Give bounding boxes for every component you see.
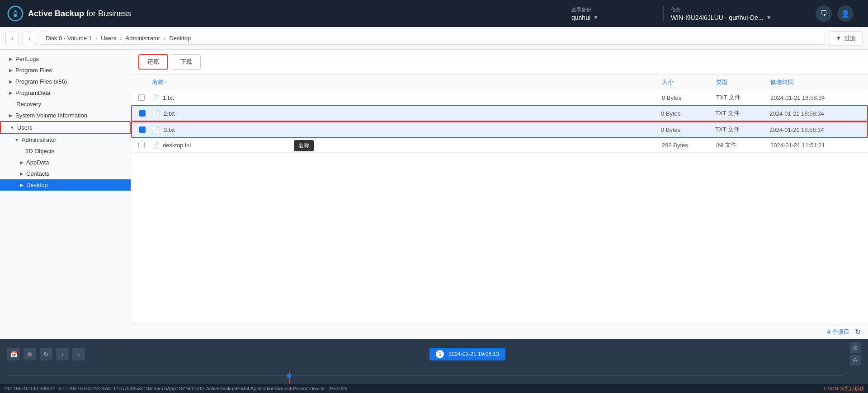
task-chevron-icon: ▼ [766, 14, 772, 21]
admin-arrow-icon: ▼ [14, 137, 19, 142]
svg-point-1 [14, 14, 17, 17]
prev-button[interactable]: ‹ [56, 348, 69, 360]
filter-button[interactable]: ▼ 过滤 [829, 31, 863, 46]
back-button[interactable]: ‹ [5, 32, 19, 45]
contacts-arrow-icon: ▶ [20, 171, 24, 176]
programdata-arrow-icon: ▶ [9, 90, 13, 95]
file-table: 名称 大小 类型 修改时间 📄 1.txt 0 Bytes TXT 文件 202… [131, 75, 868, 324]
file-checkbox[interactable] [139, 110, 146, 117]
users-arrow-icon: ▼ [10, 125, 14, 130]
table-row[interactable]: 📄 2.txt 0 Bytes TXT 文件 2024-01-21 18:58:… [131, 105, 868, 122]
download-button[interactable]: 下载 [172, 54, 201, 70]
sidebar-item-programfiles[interactable]: ▶ Program Files [0, 65, 131, 76]
breadcrumb-users: Users [101, 35, 116, 42]
next-button[interactable]: › [72, 348, 85, 360]
chat-icon: 🗨 [820, 9, 827, 18]
zoom-out-button[interactable]: ⊖ [850, 355, 861, 365]
sidebar-item-sysvolinfo[interactable]: ▶ System Volume Information [0, 110, 131, 121]
sidebar-item-label: System Volume Information [15, 112, 87, 119]
sidebar-item-contacts[interactable]: ▶ Contacts [0, 168, 131, 179]
appdata-arrow-icon: ▶ [20, 160, 24, 165]
file-type-cell: TXT 文件 [715, 126, 769, 134]
programfiles-arrow-icon: ▶ [9, 68, 13, 73]
table-row[interactable]: 📄 1.txt 0 Bytes TXT 文件 2024-01-21 18:58:… [131, 90, 868, 105]
task-section: 任务 WIN-I9U24I6JLUU - qunhui-De... ▼ [664, 6, 808, 21]
file-size-cell: 282 Bytes [662, 142, 716, 149]
timeline-line [7, 375, 843, 376]
breadcrumb-sep-1: › [95, 35, 97, 42]
user-icon: 👤 [841, 9, 850, 18]
sidebar-item-recovery[interactable]: Recovery [0, 98, 131, 110]
refresh-timeline-button[interactable]: ↻ [40, 348, 52, 360]
task-label: 任务 [671, 6, 681, 13]
backup-chevron-icon: ▼ [593, 14, 599, 21]
sidebar-item-3dobjects[interactable]: 3D Objects [0, 145, 131, 157]
modified-column-header[interactable]: 修改时间 [770, 78, 861, 86]
filter-icon: ▼ [835, 35, 841, 42]
file-ini-icon: 📄 [152, 142, 159, 149]
marker-number: 1 [436, 350, 444, 358]
app-header: Active Backup for Business 查看备份 qunhui ▼… [0, 0, 868, 27]
sidebar-item-label: AppData [26, 159, 49, 166]
file-checkbox[interactable] [138, 142, 145, 148]
filter-label: 过滤 [844, 34, 856, 42]
type-column-header[interactable]: 类型 [716, 78, 770, 86]
file-checkbox[interactable] [139, 126, 146, 133]
file-toolbar: 还原 下载 [131, 50, 868, 75]
backup-value: qunhui [571, 14, 590, 21]
sidebar-item-label: 3D Objects [25, 148, 54, 154]
backup-value-row[interactable]: qunhui ▼ [571, 14, 599, 21]
sidebar-item-desktop[interactable]: ▶ Desktop [0, 179, 131, 191]
file-footer: 4 个项目 ↻ [131, 324, 868, 339]
file-txt-icon: 📄 [153, 110, 160, 117]
forward-button[interactable]: › [23, 32, 36, 45]
header-icons: 🗨 👤 [808, 5, 861, 22]
breadcrumb-admin: Administrator [126, 35, 160, 42]
task-value: WIN-I9U24I6JLUU - qunhui-De... [671, 14, 764, 21]
sidebar-item-label: Desktop [26, 182, 48, 188]
sidebar-item-programdata[interactable]: ▶ ProgramData [0, 87, 131, 98]
sidebar-item-label: Administrator [22, 136, 57, 143]
statusbar: 192.168.40.143:5000/?_dc=1705753730242&d… [0, 384, 868, 393]
sidebar-item-appdata[interactable]: ▶ AppData [0, 157, 131, 168]
sidebar-item-label: PerfLogs [15, 56, 39, 62]
sidebar-item-administrator[interactable]: ▼ Administrator [0, 134, 131, 145]
timeline-marker: 1 2024-01-21 19:06:13 [429, 348, 505, 360]
file-name-text: desktop.ini [163, 142, 191, 149]
refresh-button[interactable]: ↻ [855, 328, 861, 336]
restore-button[interactable]: 还原 [138, 54, 168, 70]
file-type-cell: INI 文件 [716, 141, 770, 149]
sidebar-item-users[interactable]: ▼ Users [0, 121, 131, 134]
name-tooltip: 名称 [294, 140, 314, 151]
programfilesx86-arrow-icon: ▶ [9, 79, 13, 84]
table-row[interactable]: 📄 3.txt 0 Bytes TXT 文件 2024-01-21 18:58:… [131, 122, 868, 138]
file-name-text: 2.txt [164, 110, 175, 117]
timeline-cursor [289, 372, 290, 384]
table-row[interactable]: 📄 desktop.ini 282 Bytes INI 文件 2024-01-2… [131, 138, 868, 153]
logo: Active Backup for Business [7, 5, 131, 22]
sysvolinfo-arrow-icon: ▶ [9, 113, 13, 118]
file-type-cell: TXT 文件 [716, 94, 770, 102]
user-button[interactable]: 👤 [837, 5, 854, 22]
chat-button[interactable]: 🗨 [816, 5, 832, 22]
breadcrumb-sep-2: › [120, 35, 122, 42]
zoom-in-button[interactable]: ⊕ [850, 342, 861, 353]
size-column-header[interactable]: 大小 [662, 78, 716, 86]
sidebar-item-perflogs[interactable]: ▶ PerfLogs [0, 53, 131, 65]
name-column-header[interactable]: 名称 [152, 78, 662, 86]
backup-section: 查看备份 qunhui ▼ [564, 6, 664, 21]
file-name-text: 3.txt [164, 126, 175, 133]
status-url: 192.168.40.143:5000/?_dc=1705753730242&d… [4, 386, 348, 391]
task-value-row[interactable]: WIN-I9U24I6JLUU - qunhui-De... ▼ [671, 14, 772, 21]
sidebar-item-programfiles-x86[interactable]: ▶ Program Files (x86) [0, 76, 131, 87]
navigation-toolbar: ‹ › Disk 0 - Volume 1 › Users › Administ… [0, 27, 868, 50]
file-checkbox[interactable] [138, 94, 145, 101]
sidebar-item-label: Users [17, 124, 33, 131]
file-date-cell: 2024-01-21 18:58:34 [769, 110, 860, 117]
logo-icon [7, 5, 24, 22]
calendar-button[interactable]: 📅 [7, 348, 20, 360]
file-table-header: 名称 大小 类型 修改时间 [131, 75, 868, 90]
target-button[interactable]: ⊕ [24, 348, 36, 360]
sidebar-item-label: Contacts [26, 170, 49, 177]
breadcrumb-disk: Disk 0 - Volume 1 [46, 35, 92, 42]
